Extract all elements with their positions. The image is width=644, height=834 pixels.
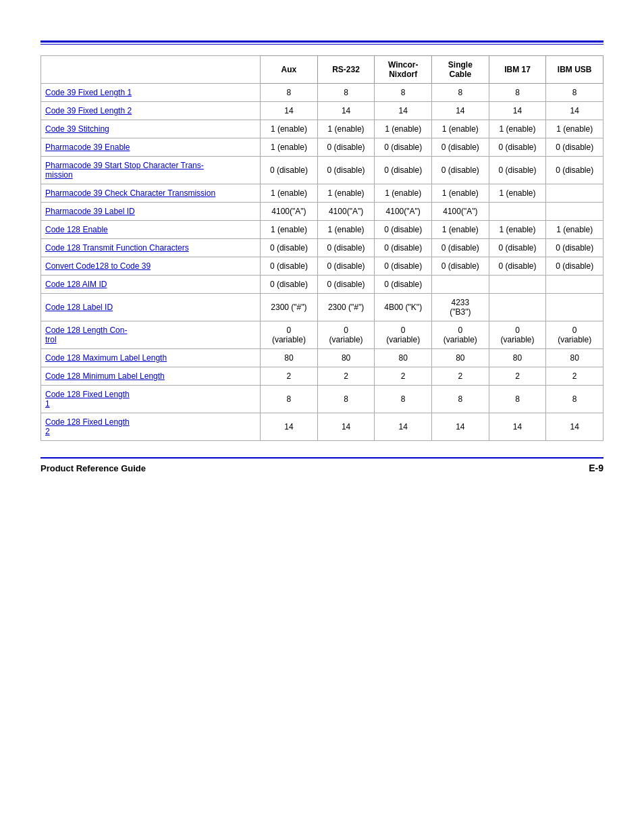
row-cell: [432, 276, 489, 294]
row-label[interactable]: Code 128 Length Con- trol: [41, 321, 261, 349]
row-link[interactable]: Code 128 Fixed Length 2: [45, 417, 130, 436]
row-link[interactable]: Code 128 Fixed Length 1: [45, 390, 130, 409]
row-cell: 0 (disable): [375, 257, 432, 276]
row-cell: 0 (disable): [546, 257, 603, 276]
row-label[interactable]: Pharmacode 39 Check Character Transmissi…: [41, 184, 261, 203]
row-link[interactable]: Code 128 Maximum Label Length: [45, 353, 167, 363]
row-cell: 1 (enable): [375, 184, 432, 203]
table-row: Pharmacode 39 Start Stop Character Trans…: [41, 157, 603, 184]
row-link[interactable]: Code 128 Transmit Function Characters: [45, 243, 189, 253]
row-cell: 0 (variable): [489, 321, 546, 349]
row-label[interactable]: Code 128 Transmit Function Characters: [41, 239, 261, 257]
row-cell: 14: [261, 413, 318, 441]
table-row: Code 128 Transmit Function Characters0 (…: [41, 239, 603, 257]
row-cell: 8: [432, 386, 489, 413]
row-cell: 0 (disable): [317, 239, 375, 257]
row-cell: 0 (variable): [261, 321, 318, 349]
footer-page: E-9: [589, 463, 603, 473]
row-label[interactable]: Convert Code128 to Code 39: [41, 257, 261, 276]
row-cell: 1 (enable): [432, 184, 489, 203]
row-link[interactable]: Code 128 AIM ID: [45, 280, 107, 289]
row-label[interactable]: Code 39 Fixed Length 2: [41, 102, 261, 120]
row-cell: 8: [261, 84, 318, 102]
row-link[interactable]: Pharmacode 39 Label ID: [45, 207, 135, 216]
row-cell: 0 (variable): [546, 321, 603, 349]
row-cell: 1 (enable): [546, 120, 603, 138]
row-label[interactable]: Code 39 Fixed Length 1: [41, 84, 261, 102]
row-cell: 4233 ("B3"): [432, 294, 489, 321]
row-link[interactable]: Convert Code128 to Code 39: [45, 261, 151, 271]
row-link[interactable]: Code 39 Fixed Length 2: [45, 106, 132, 115]
table-row: Pharmacode 39 Label ID4100("A")4100("A")…: [41, 203, 603, 221]
row-cell: 4100("A"): [375, 203, 432, 221]
row-cell: 0 (disable): [432, 157, 489, 184]
row-cell: 8: [317, 84, 375, 102]
row-cell: 1 (enable): [489, 221, 546, 239]
row-cell: 2: [489, 367, 546, 386]
row-cell: 0 (disable): [432, 138, 489, 157]
row-label[interactable]: Code 128 Minimum Label Length: [41, 367, 261, 386]
row-cell: 1 (enable): [375, 120, 432, 138]
row-cell: 0 (disable): [375, 239, 432, 257]
row-link[interactable]: Code 39 Fixed Length 1: [45, 88, 132, 97]
row-label[interactable]: Pharmacode 39 Start Stop Character Trans…: [41, 157, 261, 184]
row-cell: 4100("A"): [261, 203, 318, 221]
row-cell: 14: [432, 413, 489, 441]
row-label[interactable]: Code 128 Enable: [41, 221, 261, 239]
row-cell: 1 (enable): [261, 221, 318, 239]
row-cell: 80: [432, 349, 489, 367]
table-row: Code 128 Fixed Length 1888888: [41, 386, 603, 413]
row-link[interactable]: Pharmacode 39 Enable: [45, 142, 130, 152]
row-cell: 8: [546, 84, 603, 102]
row-cell: 8: [261, 386, 318, 413]
row-cell: 2: [317, 367, 375, 386]
row-cell: 0 (disable): [546, 239, 603, 257]
row-cell: [489, 294, 546, 321]
reference-table: Aux RS-232 Wincor- Nixdorf Single Cable …: [41, 55, 603, 441]
row-cell: 0 (disable): [375, 221, 432, 239]
row-cell: 8: [546, 386, 603, 413]
col-header-aux: Aux: [261, 56, 318, 84]
table-row: Code 128 AIM ID0 (disable)0 (disable)0 (…: [41, 276, 603, 294]
row-cell: [546, 276, 603, 294]
row-link[interactable]: Code 128 Enable: [45, 225, 108, 234]
row-label[interactable]: Pharmacode 39 Label ID: [41, 203, 261, 221]
col-header-wincor: Wincor- Nixdorf: [375, 56, 432, 84]
row-cell: 0 (disable): [489, 239, 546, 257]
row-cell: 14: [317, 102, 375, 120]
table-row: Code 39 Stitching1 (enable)1 (enable)1 (…: [41, 120, 603, 138]
row-cell: 14: [546, 413, 603, 441]
row-cell: 0 (disable): [261, 157, 318, 184]
row-link[interactable]: Pharmacode 39 Check Character Transmissi…: [45, 188, 215, 198]
row-cell: 2: [261, 367, 318, 386]
row-link[interactable]: Code 128 Minimum Label Length: [45, 371, 165, 381]
row-cell: 1 (enable): [432, 221, 489, 239]
row-label[interactable]: Code 128 Fixed Length 1: [41, 386, 261, 413]
row-label[interactable]: Code 128 Fixed Length 2: [41, 413, 261, 441]
table-row: Code 128 Enable1 (enable)1 (enable)0 (di…: [41, 221, 603, 239]
row-cell: 0 (disable): [261, 257, 318, 276]
row-link[interactable]: Code 128 Label ID: [45, 303, 113, 312]
row-link[interactable]: Code 39 Stitching: [45, 124, 109, 134]
row-link[interactable]: Pharmacode 39 Start Stop Character Trans…: [45, 161, 204, 180]
row-label[interactable]: Pharmacode 39 Enable: [41, 138, 261, 157]
row-cell: [546, 294, 603, 321]
row-cell: 1 (enable): [317, 184, 375, 203]
row-link[interactable]: Code 128 Length Con- trol: [45, 325, 127, 344]
row-cell: 14: [546, 102, 603, 120]
row-label[interactable]: Code 128 AIM ID: [41, 276, 261, 294]
row-cell: 80: [375, 349, 432, 367]
row-cell: 0 (disable): [546, 138, 603, 157]
row-cell: 2: [432, 367, 489, 386]
row-cell: 0 (disable): [375, 157, 432, 184]
row-label[interactable]: Code 128 Label ID: [41, 294, 261, 321]
col-header-ibmusb: IBM USB: [546, 56, 603, 84]
table-row: Code 128 Minimum Label Length222222: [41, 367, 603, 386]
row-cell: 8: [375, 84, 432, 102]
row-label[interactable]: Code 39 Stitching: [41, 120, 261, 138]
row-label[interactable]: Code 128 Maximum Label Length: [41, 349, 261, 367]
col-header-ibm17: IBM 17: [489, 56, 546, 84]
row-cell: 0 (variable): [317, 321, 375, 349]
footer-title: Product Reference Guide: [41, 463, 146, 473]
row-cell: 2: [375, 367, 432, 386]
